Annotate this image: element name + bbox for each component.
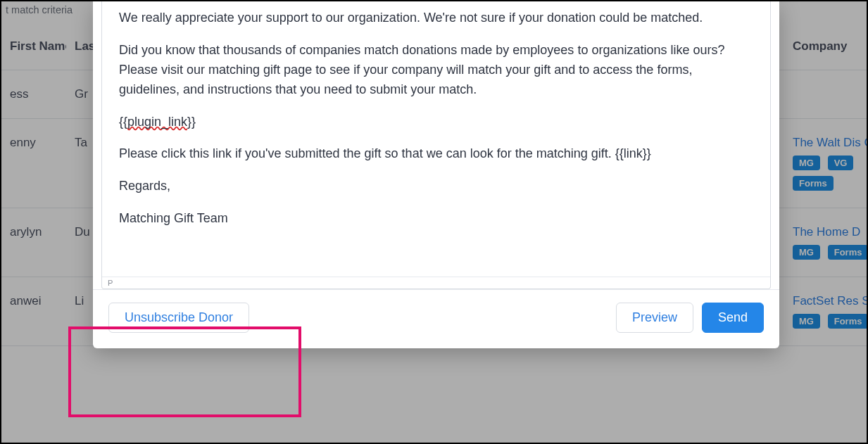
send-button[interactable]: Send — [702, 303, 764, 333]
footer-right-group: Preview Send — [616, 303, 764, 333]
editor-container: We really appreciate your support to our… — [101, 1, 771, 289]
plugin-link-token: plugin_link — [127, 115, 187, 129]
email-paragraph: Regards, — [119, 177, 753, 196]
email-paragraph: We really appreciate your support to our… — [119, 8, 753, 28]
email-body-editor[interactable]: We really appreciate your support to our… — [102, 1, 770, 277]
email-editor-modal: We really appreciate your support to our… — [93, 1, 779, 348]
editor-status-path: P — [102, 277, 770, 288]
token-delim: }} — [187, 115, 196, 129]
unsubscribe-donor-button[interactable]: Unsubscribe Donor — [108, 303, 249, 333]
preview-button[interactable]: Preview — [616, 303, 693, 333]
email-paragraph: Matching Gift Team — [119, 209, 753, 229]
email-paragraph: {{plugin_link}} — [119, 113, 753, 132]
token-delim: {{ — [119, 115, 127, 129]
email-paragraph: Please click this link if you've submitt… — [119, 144, 753, 164]
modal-footer: Unsubscribe Donor Preview Send — [93, 289, 779, 348]
email-paragraph: Did you know that thousands of companies… — [119, 41, 753, 100]
